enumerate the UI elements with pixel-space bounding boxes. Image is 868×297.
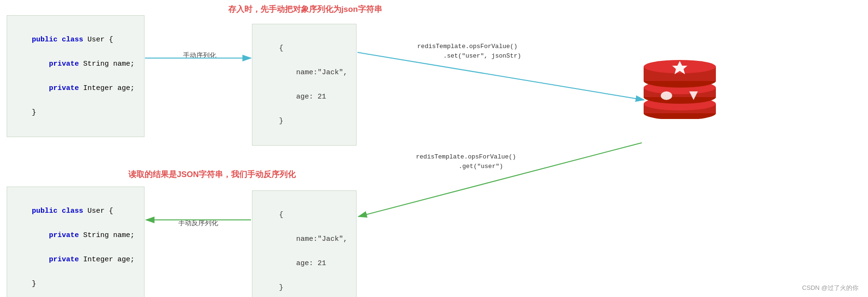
bottom-label-highlight: JSON字符串 <box>177 170 223 179</box>
redis-get-call: redisTemplate.opsForValue() .get("user") <box>416 152 516 171</box>
redis-set-call: redisTemplate.opsForValue() .set("user",… <box>414 42 521 60</box>
top-annotation-label: 存入时，先手动把对象序列化为json字符串 <box>228 4 382 15</box>
redis-icon <box>642 57 718 121</box>
deserialize-label: 手动反序列化 <box>178 219 218 228</box>
bottom-label-text2: ，我们手动反序列化 <box>223 170 296 179</box>
bottom-annotation-label: 读取的结果是JSON字符串，我们手动反序列化 <box>128 169 296 180</box>
diagram-container: 存入时，先手动把对象序列化为json字符串 public class User … <box>0 0 868 297</box>
watermark: CSDN @过了火的你 <box>802 284 858 292</box>
serialize-label: 手动序列化 <box>183 51 216 60</box>
top-code-box: public class User { private String name;… <box>7 15 145 137</box>
top-label-text: 存入时，先手动把对象序列化为 <box>228 5 341 14</box>
bottom-code-box: public class User { private String name;… <box>7 187 145 297</box>
top-label-highlight: json字符串 <box>341 5 382 14</box>
svg-point-10 <box>661 91 672 100</box>
bottom-json-box: { name:"Jack", age: 21 } <box>252 190 357 297</box>
top-json-box: { name:"Jack", age: 21 } <box>252 24 357 146</box>
bottom-label-text1: 读取的结果是 <box>128 170 177 179</box>
